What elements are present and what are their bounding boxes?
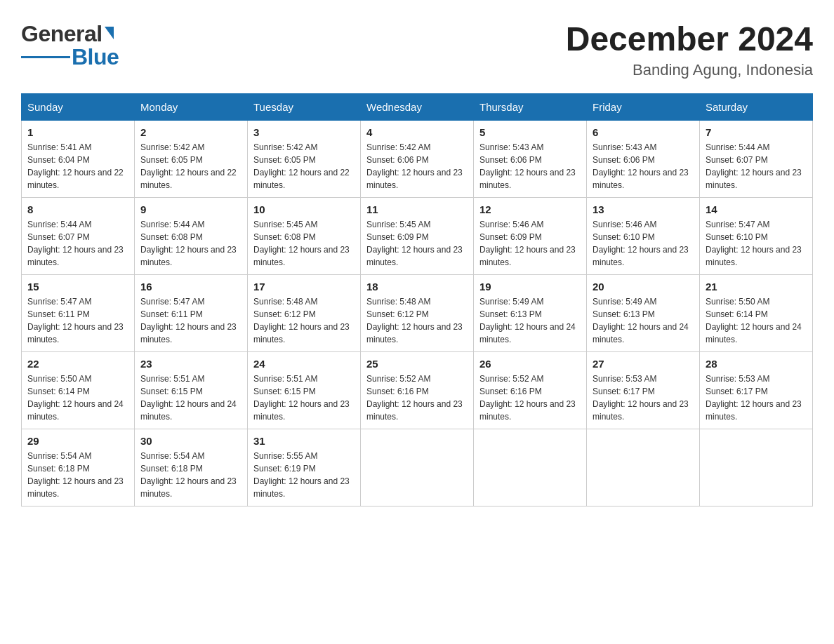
calendar-cell <box>587 429 700 506</box>
day-number: 6 <box>593 126 694 138</box>
day-number: 12 <box>479 203 581 215</box>
calendar-cell: 31 Sunrise: 5:55 AM Sunset: 6:19 PM Dayl… <box>248 429 361 506</box>
day-number: 15 <box>27 281 128 293</box>
day-info: Sunrise: 5:54 AM Sunset: 6:18 PM Dayligh… <box>27 450 128 500</box>
calendar-cell: 13 Sunrise: 5:46 AM Sunset: 6:10 PM Dayl… <box>587 197 700 274</box>
calendar-cell: 2 Sunrise: 5:42 AM Sunset: 6:05 PM Dayli… <box>135 120 248 197</box>
day-info: Sunrise: 5:48 AM Sunset: 6:12 PM Dayligh… <box>366 295 468 346</box>
calendar-cell: 28 Sunrise: 5:53 AM Sunset: 6:17 PM Dayl… <box>700 351 813 429</box>
calendar-cell: 29 Sunrise: 5:54 AM Sunset: 6:18 PM Dayl… <box>22 429 135 506</box>
calendar-cell: 22 Sunrise: 5:50 AM Sunset: 6:14 PM Dayl… <box>22 351 135 429</box>
day-number: 7 <box>706 126 807 138</box>
day-number: 19 <box>479 281 581 293</box>
calendar-cell <box>700 429 813 506</box>
logo: General Blue <box>21 21 119 70</box>
calendar-cell: 18 Sunrise: 5:48 AM Sunset: 6:12 PM Dayl… <box>361 274 474 351</box>
calendar-cell: 23 Sunrise: 5:51 AM Sunset: 6:15 PM Dayl… <box>135 351 248 429</box>
day-number: 27 <box>593 358 694 370</box>
day-info: Sunrise: 5:47 AM Sunset: 6:11 PM Dayligh… <box>140 295 241 346</box>
calendar-cell: 30 Sunrise: 5:54 AM Sunset: 6:18 PM Dayl… <box>135 429 248 506</box>
header-day-tuesday: Tuesday <box>248 93 361 120</box>
day-number: 26 <box>479 358 581 370</box>
calendar-cell: 6 Sunrise: 5:43 AM Sunset: 6:06 PM Dayli… <box>587 120 700 197</box>
calendar-cell: 8 Sunrise: 5:44 AM Sunset: 6:07 PM Dayli… <box>22 197 135 274</box>
day-info: Sunrise: 5:48 AM Sunset: 6:12 PM Dayligh… <box>253 295 355 346</box>
calendar-cell: 25 Sunrise: 5:52 AM Sunset: 6:16 PM Dayl… <box>361 351 474 429</box>
calendar-cell: 19 Sunrise: 5:49 AM Sunset: 6:13 PM Dayl… <box>474 274 587 351</box>
day-info: Sunrise: 5:54 AM Sunset: 6:18 PM Dayligh… <box>140 450 241 500</box>
calendar-cell <box>361 429 474 506</box>
day-info: Sunrise: 5:45 AM Sunset: 6:08 PM Dayligh… <box>253 218 355 269</box>
header-day-monday: Monday <box>135 93 248 120</box>
calendar-cell: 1 Sunrise: 5:41 AM Sunset: 6:04 PM Dayli… <box>22 120 135 197</box>
calendar-cell: 15 Sunrise: 5:47 AM Sunset: 6:11 PM Dayl… <box>22 274 135 351</box>
calendar-cell: 21 Sunrise: 5:50 AM Sunset: 6:14 PM Dayl… <box>700 274 813 351</box>
day-number: 31 <box>253 435 355 447</box>
header: General Blue December 2024 Banding Agung… <box>21 21 813 79</box>
day-number: 16 <box>140 281 241 293</box>
header-day-friday: Friday <box>587 93 700 120</box>
calendar-cell: 24 Sunrise: 5:51 AM Sunset: 6:15 PM Dayl… <box>248 351 361 429</box>
calendar-cell: 5 Sunrise: 5:43 AM Sunset: 6:06 PM Dayli… <box>474 120 587 197</box>
header-day-saturday: Saturday <box>700 93 813 120</box>
day-number: 18 <box>366 281 468 293</box>
day-number: 30 <box>140 435 241 447</box>
day-number: 24 <box>253 358 355 370</box>
day-info: Sunrise: 5:49 AM Sunset: 6:13 PM Dayligh… <box>479 295 581 346</box>
day-info: Sunrise: 5:47 AM Sunset: 6:10 PM Dayligh… <box>706 218 807 269</box>
day-info: Sunrise: 5:44 AM Sunset: 6:07 PM Dayligh… <box>706 141 807 192</box>
day-number: 28 <box>706 358 807 370</box>
calendar-header-row: SundayMondayTuesdayWednesdayThursdayFrid… <box>22 93 813 120</box>
calendar-week-row: 1 Sunrise: 5:41 AM Sunset: 6:04 PM Dayli… <box>22 120 813 197</box>
day-info: Sunrise: 5:46 AM Sunset: 6:09 PM Dayligh… <box>479 218 581 269</box>
day-number: 9 <box>140 203 241 215</box>
calendar-cell: 4 Sunrise: 5:42 AM Sunset: 6:06 PM Dayli… <box>361 120 474 197</box>
day-number: 29 <box>27 435 128 447</box>
day-info: Sunrise: 5:53 AM Sunset: 6:17 PM Dayligh… <box>593 373 694 423</box>
calendar-cell: 16 Sunrise: 5:47 AM Sunset: 6:11 PM Dayl… <box>135 274 248 351</box>
day-number: 25 <box>366 358 468 370</box>
day-number: 13 <box>593 203 694 215</box>
day-number: 17 <box>253 281 355 293</box>
logo-general-text: General <box>21 21 102 47</box>
day-number: 22 <box>27 358 128 370</box>
calendar-cell: 3 Sunrise: 5:42 AM Sunset: 6:05 PM Dayli… <box>248 120 361 197</box>
day-info: Sunrise: 5:55 AM Sunset: 6:19 PM Dayligh… <box>253 450 355 500</box>
day-info: Sunrise: 5:45 AM Sunset: 6:09 PM Dayligh… <box>366 218 468 269</box>
calendar-cell <box>474 429 587 506</box>
day-info: Sunrise: 5:42 AM Sunset: 6:05 PM Dayligh… <box>140 141 241 192</box>
title-area: December 2024 Banding Agung, Indonesia <box>566 21 813 79</box>
day-number: 2 <box>140 126 241 138</box>
day-info: Sunrise: 5:44 AM Sunset: 6:07 PM Dayligh… <box>27 218 128 269</box>
day-info: Sunrise: 5:43 AM Sunset: 6:06 PM Dayligh… <box>593 141 694 192</box>
day-number: 10 <box>253 203 355 215</box>
day-info: Sunrise: 5:43 AM Sunset: 6:06 PM Dayligh… <box>479 141 581 192</box>
day-info: Sunrise: 5:41 AM Sunset: 6:04 PM Dayligh… <box>27 141 128 192</box>
day-number: 20 <box>593 281 694 293</box>
day-number: 1 <box>27 126 128 138</box>
header-day-wednesday: Wednesday <box>361 93 474 120</box>
calendar-week-row: 29 Sunrise: 5:54 AM Sunset: 6:18 PM Dayl… <box>22 429 813 506</box>
calendar-cell: 12 Sunrise: 5:46 AM Sunset: 6:09 PM Dayl… <box>474 197 587 274</box>
day-info: Sunrise: 5:44 AM Sunset: 6:08 PM Dayligh… <box>140 218 241 269</box>
month-year-title: December 2024 <box>566 21 813 58</box>
calendar-week-row: 15 Sunrise: 5:47 AM Sunset: 6:11 PM Dayl… <box>22 274 813 351</box>
calendar-cell: 27 Sunrise: 5:53 AM Sunset: 6:17 PM Dayl… <box>587 351 700 429</box>
day-info: Sunrise: 5:42 AM Sunset: 6:06 PM Dayligh… <box>366 141 468 192</box>
day-number: 4 <box>366 126 468 138</box>
day-info: Sunrise: 5:51 AM Sunset: 6:15 PM Dayligh… <box>253 373 355 423</box>
calendar-cell: 7 Sunrise: 5:44 AM Sunset: 6:07 PM Dayli… <box>700 120 813 197</box>
day-info: Sunrise: 5:50 AM Sunset: 6:14 PM Dayligh… <box>27 373 128 423</box>
day-number: 21 <box>706 281 807 293</box>
location-subtitle: Banding Agung, Indonesia <box>566 61 813 79</box>
day-info: Sunrise: 5:52 AM Sunset: 6:16 PM Dayligh… <box>366 373 468 423</box>
calendar-table: SundayMondayTuesdayWednesdayThursdayFrid… <box>21 93 813 507</box>
header-day-thursday: Thursday <box>474 93 587 120</box>
calendar-cell: 17 Sunrise: 5:48 AM Sunset: 6:12 PM Dayl… <box>248 274 361 351</box>
calendar-cell: 14 Sunrise: 5:47 AM Sunset: 6:10 PM Dayl… <box>700 197 813 274</box>
day-info: Sunrise: 5:53 AM Sunset: 6:17 PM Dayligh… <box>706 373 807 423</box>
day-info: Sunrise: 5:51 AM Sunset: 6:15 PM Dayligh… <box>140 373 241 423</box>
calendar-cell: 10 Sunrise: 5:45 AM Sunset: 6:08 PM Dayl… <box>248 197 361 274</box>
calendar-cell: 9 Sunrise: 5:44 AM Sunset: 6:08 PM Dayli… <box>135 197 248 274</box>
calendar-week-row: 22 Sunrise: 5:50 AM Sunset: 6:14 PM Dayl… <box>22 351 813 429</box>
